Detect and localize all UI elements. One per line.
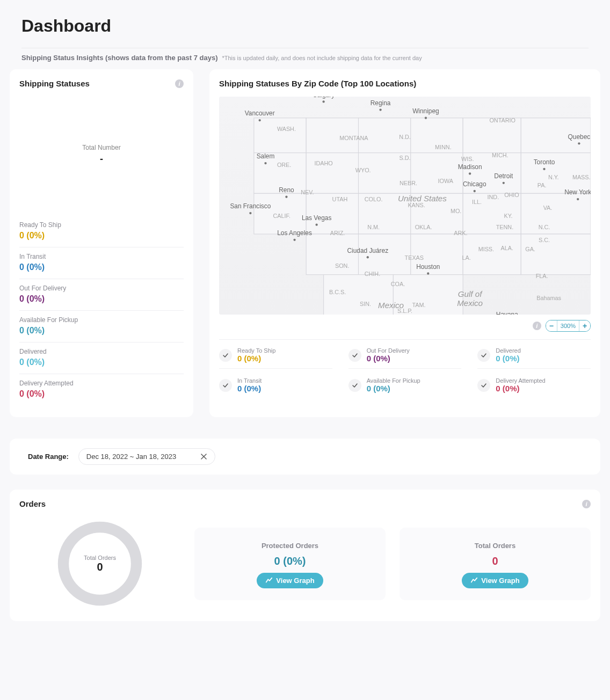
map-city-dot [578,142,580,144]
map-city-dot [264,162,266,164]
map-city-label: San Francisco [230,202,271,210]
map-region-label: WASH. [277,126,296,132]
map-city-dot [293,239,295,241]
legend-toggle[interactable] [219,379,232,392]
map-region-label: S.D. [400,155,411,161]
map-city-dot [367,256,369,258]
legend-item: Out For Delivery0 (0%) [348,344,462,369]
map-region-label: NEBR. [400,180,417,186]
status-item: Out For Delivery0 (0%) [19,279,184,311]
legend-toggle[interactable] [219,349,232,362]
map-city-label: Las Vegas [302,214,332,222]
map-city-dot [543,168,545,170]
date-range-picker[interactable]: Dec 18, 2022 ~ Jan 18, 2023 [78,448,215,465]
status-item-value: 0 (0%) [19,294,184,304]
map-city-label: Reno [279,186,294,194]
info-icon[interactable]: i [175,79,184,88]
stat-value: 0 (0%) [274,555,306,567]
status-item-label: Delivered [19,348,184,355]
map-city-dot [315,224,317,226]
map-region-label: FLA. [536,273,548,279]
map-region-label: ALA. [501,245,513,251]
legend-toggle[interactable] [477,379,490,392]
donut-label: Total Number [82,144,120,151]
info-icon[interactable]: i [533,322,541,330]
map-city-label: Detroit [494,172,513,180]
svg-rect-21 [463,234,521,275]
legend-toggle[interactable] [477,349,490,362]
map-region-label: ARK. [454,230,467,236]
svg-rect-9 [411,153,463,194]
status-item: Delivered0 (0%) [19,342,184,374]
map-region-label: ORE. [277,162,291,168]
legend-label: Available For Pickup [367,377,420,384]
map-city-label: Toronto [534,158,555,166]
status-item-label: Delivery Attempted [19,380,184,387]
map-city-label: Calgary [313,97,335,99]
map-region-label: TENN. [496,224,513,230]
map-city-label: Salem [257,152,275,160]
map-region-label: MONTANA [339,135,368,141]
status-item-value: 0 (0%) [19,326,184,336]
legend-label: Out For Delivery [367,347,410,354]
date-range-value: Dec 18, 2022 ~ Jan 18, 2023 [86,453,176,461]
orders-ring-chart: Total Orders 0 [54,518,146,609]
total-orders-tile: Total Orders 0 View Graph [400,528,591,600]
svg-rect-11 [521,153,591,194]
map-region-label: KY. [504,213,512,219]
legend-toggle[interactable] [348,349,361,362]
status-item-label: Available For Pickup [19,316,184,324]
map-region-label: MASS. [572,174,591,180]
check-icon [222,382,229,389]
status-item-label: In Transit [19,253,184,260]
map-city-dot [427,272,429,274]
legend-value: 0 (0%) [237,354,275,363]
card-title: Shipping Statuses By Zip Code (Top 100 L… [219,79,416,88]
legend-item: In Transit0 (0%) [219,374,332,398]
map-region-label: MO. [451,208,461,214]
legend-item: Delivery Attempted0 (0%) [477,374,591,398]
status-item-label: Ready To Ship [19,221,184,229]
legend-value: 0 (0%) [367,384,420,393]
map-region-label: IND. [488,194,499,200]
close-icon[interactable] [200,453,207,461]
svg-rect-7 [306,153,358,194]
map-region-label: IDAHO [315,160,333,166]
legend-label: Delivered [496,347,520,354]
map-region-label: IOWA [438,178,453,184]
info-icon[interactable]: i [582,500,591,508]
map-region-label: NEV. [301,189,314,195]
map-city-label: Quebec [568,133,591,141]
map-city-dot [503,182,505,184]
map-region-label: MISS. [478,246,494,252]
map-city-label: Winnipeg [412,107,439,115]
date-range-bar: Date Range: Dec 18, 2022 ~ Jan 18, 2023 [10,439,600,475]
status-item: In Transit0 (0%) [19,247,184,279]
legend-toggle[interactable] [348,379,361,392]
map-region-label: WIS. [461,156,474,162]
svg-rect-19 [359,234,411,275]
map-region-label: TAM. [412,302,425,308]
status-item-value: 0 (0%) [19,358,184,367]
legend-item: Delivered0 (0%) [477,344,591,369]
zoom-in-button[interactable]: + [579,320,590,331]
stat-label: Protected Orders [262,542,318,550]
map-container[interactable]: United StatesMexicoGulf ofMexicoCubaBaha… [219,97,591,315]
insights-note: *This is updated daily, and does not inc… [222,55,422,61]
zoom-out-button[interactable]: − [546,320,557,331]
map-city-dot [259,119,261,121]
map-region-label: MICH. [492,152,509,158]
legend-item: Available For Pickup0 (0%) [348,374,462,398]
status-item-value: 0 (0%) [19,262,184,272]
status-item-label: Out For Delivery [19,285,184,292]
map-region-label: UTAH [332,196,348,202]
check-icon [222,352,229,359]
donut-value: - [100,154,103,165]
view-graph-button[interactable]: View Graph [462,573,528,588]
button-label: View Graph [481,577,519,585]
view-graph-button[interactable]: View Graph [257,573,323,588]
status-item-value: 0 (0%) [19,231,184,240]
chart-icon [265,577,273,584]
svg-rect-18 [306,234,358,275]
legend-value: 0 (0%) [237,384,262,393]
